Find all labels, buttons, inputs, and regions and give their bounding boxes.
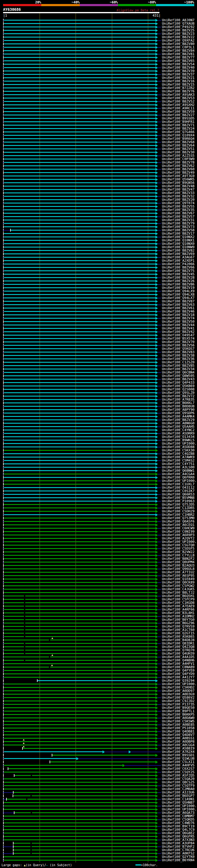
hit-bar[interactable] — [4, 148, 156, 149]
hit-bar[interactable] — [4, 70, 156, 71]
hit-bar[interactable] — [4, 690, 156, 691]
hit-bar[interactable] — [4, 711, 156, 712]
hit-bar[interactable] — [7, 799, 156, 800]
hit-bar[interactable] — [4, 142, 156, 143]
hit-bar[interactable] — [4, 311, 156, 312]
hit-bar[interactable] — [4, 819, 156, 820]
hit-bar[interactable] — [4, 704, 156, 705]
hit-bar[interactable] — [4, 406, 156, 407]
hit-bar[interactable] — [4, 152, 156, 153]
hit-bar[interactable] — [4, 643, 156, 644]
hit-bar[interactable] — [4, 741, 156, 742]
hit-bar[interactable] — [4, 135, 156, 136]
hit-bar[interactable] — [4, 636, 156, 637]
hit-bar[interactable] — [4, 450, 156, 451]
hit-bar[interactable] — [4, 694, 156, 695]
hit-bar[interactable] — [4, 206, 156, 207]
hit-bar[interactable] — [4, 199, 156, 200]
hit-bar[interactable] — [4, 33, 156, 34]
hit-bar[interactable] — [4, 446, 156, 447]
hit-bar[interactable] — [4, 369, 156, 370]
hit-bar[interactable] — [4, 409, 156, 410]
hit-bar[interactable] — [4, 138, 156, 139]
hit-label[interactable]: UniRef100_B6YRN4 — [162, 859, 195, 862]
hit-bar[interactable] — [4, 473, 156, 474]
hit-bar[interactable] — [4, 416, 156, 417]
hit-bar[interactable] — [4, 470, 156, 471]
hit-bar[interactable] — [4, 701, 156, 702]
hit-bar[interactable] — [4, 504, 156, 505]
hit-bar[interactable] — [4, 663, 156, 664]
hit-bar[interactable] — [4, 528, 156, 529]
hit-bar[interactable] — [4, 436, 156, 437]
hit-bar[interactable] — [4, 57, 156, 58]
hit-bar[interactable] — [4, 782, 156, 783]
hit-bar[interactable] — [4, 155, 156, 156]
hit-bar[interactable] — [4, 579, 156, 580]
hit-bar[interactable] — [8, 768, 156, 769]
hit-bar[interactable] — [4, 606, 156, 607]
hit-bar[interactable] — [4, 501, 156, 502]
hit-bar[interactable] — [4, 287, 156, 288]
hit-bar[interactable] — [4, 555, 156, 556]
hit-bar[interactable] — [13, 795, 156, 796]
hit-bar[interactable] — [4, 37, 156, 37]
hit-bar[interactable] — [4, 626, 156, 627]
hit-bar[interactable] — [4, 331, 156, 332]
hit-bar[interactable] — [4, 304, 156, 305]
hit-bar[interactable] — [4, 707, 156, 708]
hit-bar[interactable] — [4, 101, 156, 102]
hit-bar[interactable] — [4, 802, 156, 803]
hit-bar[interactable] — [4, 758, 76, 759]
hit-bar[interactable] — [4, 111, 156, 112]
hit-bar[interactable] — [4, 338, 156, 339]
hit-bar[interactable] — [4, 298, 156, 298]
hit-bar[interactable] — [4, 375, 156, 376]
hit-bar[interactable] — [4, 809, 156, 810]
hit-bar[interactable] — [4, 816, 156, 816]
hit-bar[interactable] — [13, 846, 156, 847]
hit-bar[interactable] — [14, 812, 156, 813]
hit-bar[interactable] — [4, 223, 156, 224]
hit-bar[interactable] — [4, 457, 156, 458]
hit-bar[interactable] — [4, 359, 156, 359]
hit-bar[interactable] — [4, 399, 156, 400]
hit-bar[interactable] — [4, 829, 156, 830]
hit-bar[interactable] — [4, 186, 156, 187]
hit-bar[interactable] — [4, 253, 156, 254]
hit-bar[interactable] — [4, 270, 156, 271]
hit-bar[interactable] — [4, 108, 156, 109]
hit-bar[interactable] — [4, 640, 156, 641]
hit-bar[interactable] — [4, 805, 156, 806]
hit-bar[interactable] — [4, 778, 156, 779]
hit-bar[interactable] — [4, 839, 156, 840]
hit-bar[interactable] — [4, 64, 156, 65]
hit-bar[interactable] — [4, 623, 156, 623]
hit-bar[interactable] — [50, 762, 156, 763]
hit-bar[interactable] — [4, 402, 156, 403]
hit-bar[interactable] — [4, 54, 156, 55]
hit-bar[interactable] — [4, 823, 156, 823]
hit-bar[interactable] — [4, 27, 156, 27]
hit-bar[interactable] — [4, 396, 156, 397]
hit-bar[interactable] — [52, 755, 156, 755]
hit-bar[interactable] — [4, 264, 156, 265]
hit-bar[interactable] — [4, 162, 156, 163]
hit-bar[interactable] — [4, 362, 156, 363]
hit-bar[interactable] — [4, 348, 156, 349]
hit-bar[interactable] — [4, 836, 156, 837]
hit-bar[interactable] — [13, 849, 156, 850]
hit-bar[interactable] — [4, 633, 156, 634]
hit-bar[interactable] — [4, 84, 156, 85]
hit-bar[interactable] — [4, 727, 156, 728]
hit-bar[interactable] — [4, 284, 156, 285]
hit-bar[interactable] — [4, 233, 156, 234]
hit-bar[interactable] — [4, 609, 156, 610]
hit-bar[interactable] — [4, 772, 156, 773]
hit-bar[interactable] — [4, 172, 156, 173]
hit-bar[interactable] — [4, 697, 156, 698]
hit-bar[interactable] — [4, 613, 156, 613]
hit-bar[interactable] — [4, 426, 156, 427]
hit-bar[interactable] — [4, 385, 156, 386]
hit-bar[interactable] — [4, 531, 156, 532]
